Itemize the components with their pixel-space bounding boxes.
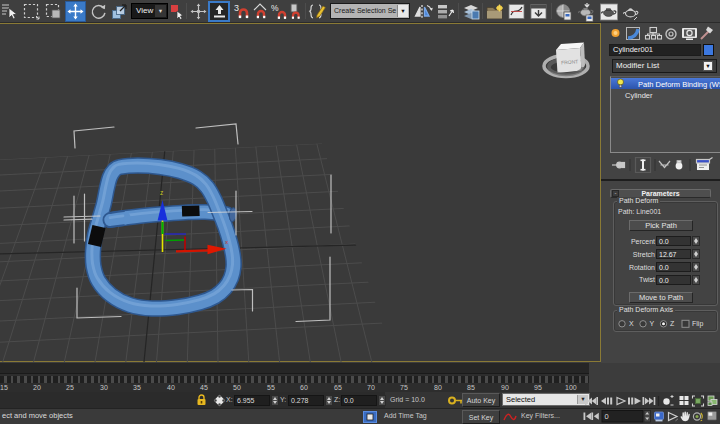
svg-text:FRONT: FRONT — [561, 58, 579, 65]
svg-text:3: 3 — [234, 3, 239, 13]
svg-text:z: z — [160, 189, 163, 196]
svg-text:%: % — [271, 3, 279, 13]
svg-text:0: 0 — [605, 412, 609, 421]
svg-text:x: x — [225, 239, 228, 245]
